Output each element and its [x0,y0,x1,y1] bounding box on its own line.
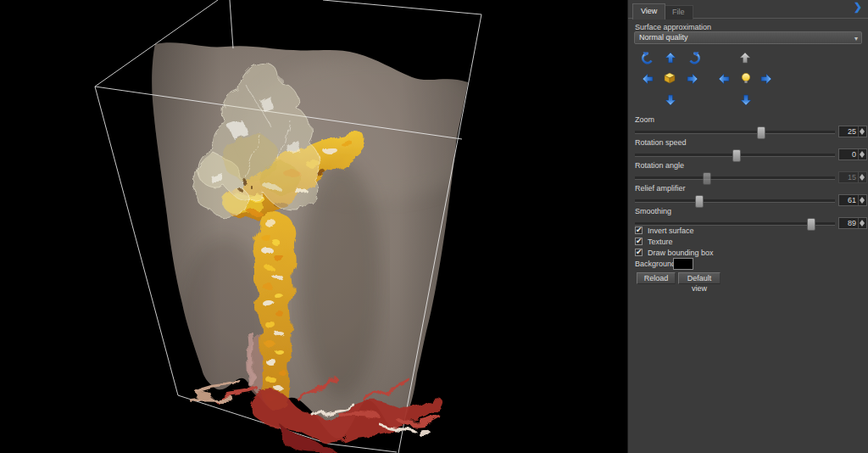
cube-icon[interactable] [663,71,676,85]
rotation-angle-value: 15 [848,173,856,182]
rotation-speed-slider-group: Rotation speed 0 [628,138,868,162]
move-left-icon[interactable] [641,72,654,86]
panel-expand-chevron-icon[interactable]: ❯ [854,1,862,13]
draw-bounding-box-label: Draw bounding box [648,249,714,257]
zoom-spinbox[interactable]: 25 [838,126,867,137]
smoothing-slider[interactable] [635,222,835,226]
rotation-speed-slider[interactable] [635,154,835,157]
relief-amplifier-slider-handle[interactable] [695,195,704,208]
smoothing-slider-handle[interactable] [807,218,815,231]
zoom-slider-handle[interactable] [757,126,765,139]
light-down-icon[interactable] [739,93,753,107]
relief-amplifier-spinner-arrows[interactable] [858,195,866,205]
control-panel: View File ❯ Surface approximation Normal… [627,0,868,453]
move-up-icon[interactable] [664,51,677,64]
background-label: Background [635,260,676,268]
relief-amplifier-spinbox[interactable]: 61 [838,194,867,206]
rotation-speed-spinner-arrows[interactable] [858,149,866,159]
rotation-angle-label: Rotation angle [635,161,684,170]
move-down-icon[interactable] [664,93,677,107]
tab-bar: View File ❯ [628,0,868,19]
rotation-angle-slider-group: Rotation angle 15 [628,161,868,185]
rotation-angle-spinbox[interactable]: 15 [838,171,867,183]
zoom-value: 25 [848,127,856,136]
chevron-down-icon: ▾ [854,33,858,44]
default-view-button[interactable]: Default view [678,272,721,284]
3d-viewport[interactable] [0,0,627,453]
rotate-ccw-icon[interactable] [641,51,654,64]
app-window: View File ❯ Surface approximation Normal… [0,0,868,453]
relief-amplifier-slider[interactable] [635,199,835,203]
light-bulb-icon[interactable] [739,71,753,85]
smoothing-spinner-arrows[interactable] [858,218,866,228]
3d-scene [0,0,627,453]
invert-surface-checkbox-box[interactable] [635,226,643,234]
background-row: Background [635,260,676,271]
smoothing-label: Smoothing [635,207,671,215]
surface-approximation-dropdown[interactable]: Normal quality ▾ [634,31,862,44]
rotation-angle-slider-handle[interactable] [703,172,711,185]
rotate-cw-icon[interactable] [687,51,701,64]
relief-amplifier-label: Relief amplifier [635,184,686,193]
rotation-speed-value: 0 [852,150,856,159]
dropdown-selected-value: Normal quality [639,33,688,42]
smoothing-spinbox[interactable]: 89 [838,217,867,229]
texture-checkbox-box[interactable] [635,238,643,245]
zoom-slider[interactable] [635,131,835,134]
reload-button[interactable]: Reload [637,272,676,284]
rotation-speed-slider-handle[interactable] [732,149,741,162]
draw-bounding-box-checkbox-box[interactable] [635,249,643,256]
rotation-angle-slider[interactable] [635,176,835,180]
background-color-swatch[interactable] [673,258,693,270]
rotation-angle-spinner-arrows[interactable] [858,172,866,182]
light-up-icon[interactable] [738,51,752,64]
zoom-slider-group: Zoom 25 [628,115,868,139]
zoom-label: Zoom [635,115,654,124]
rotation-speed-spinbox[interactable]: 0 [838,148,867,160]
invert-surface-label: Invert surface [648,226,694,235]
light-left-icon[interactable] [717,72,731,86]
relief-amplifier-slider-group: Relief amplifier 61 [628,184,868,208]
tab-file[interactable]: File [664,5,693,20]
texture-label: Texture [648,238,673,246]
move-right-icon[interactable] [686,72,699,86]
smoothing-value: 89 [848,219,856,227]
surface-approximation-label: Surface approximation [635,23,711,31]
relief-amplifier-value: 61 [848,196,856,204]
rotation-speed-label: Rotation speed [635,138,687,147]
tab-view[interactable]: View [632,3,665,20]
navigation-controls [628,48,868,110]
light-right-icon[interactable] [760,72,773,86]
zoom-spinner-arrows[interactable] [858,126,866,137]
